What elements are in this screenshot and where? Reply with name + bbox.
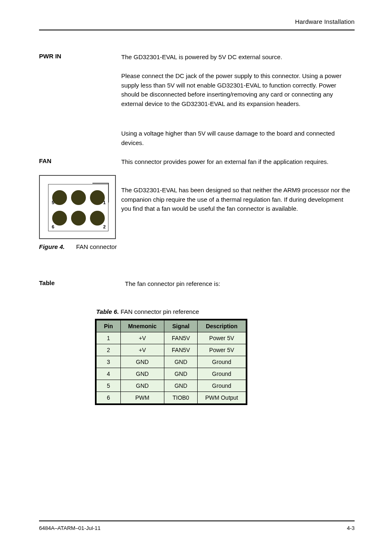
- table-row: 4 GND GND Ground: [97, 368, 246, 380]
- cell: 2: [97, 344, 121, 356]
- cell: GND: [164, 368, 198, 380]
- pin-icon: [90, 211, 105, 226]
- cell: GND: [120, 380, 164, 392]
- table-row: 3 GND GND Ground: [97, 356, 246, 368]
- paragraph-pwr-warning: Using a voltage higher than 5V will caus…: [121, 129, 352, 147]
- cell: Power 5V: [198, 344, 246, 356]
- footer-doc-id: 6484A–ATARM–01-Jul-11: [39, 525, 101, 531]
- table-caption: Table 6. FAN connector pin reference: [96, 308, 199, 315]
- cell: GND: [164, 380, 198, 392]
- table-row: 6 PWM TIOB0 PWM Output: [97, 392, 246, 404]
- col-description: Description: [198, 320, 246, 332]
- cell: 4: [97, 368, 121, 380]
- cell: Power 5V: [198, 332, 246, 344]
- page-title: Hardware Installation: [295, 18, 355, 25]
- pin-number-label: 2: [103, 224, 106, 229]
- table-row: 5 GND GND Ground: [97, 380, 246, 392]
- paragraph-pwr-detail: Please connect the DC jack of the power …: [121, 71, 352, 108]
- cell: 3: [97, 356, 121, 368]
- table-row: 1 +V FAN5V Power 5V: [97, 332, 246, 344]
- connector-outline: 1 5 6 2: [48, 184, 108, 231]
- table-row: 2 +V FAN5V Power 5V: [97, 344, 246, 356]
- cell: 1: [97, 332, 121, 344]
- pin-number-label: 6: [52, 224, 54, 229]
- margin-label-pwr-in: PWR IN: [39, 53, 61, 60]
- table-lead-in: The fan connector pin reference is:: [125, 279, 353, 289]
- cell: FAN5V: [164, 332, 198, 344]
- cell: TIOB0: [164, 392, 198, 404]
- header-rule: [39, 30, 355, 30]
- pin-row-top: [48, 190, 108, 205]
- cell: GND: [164, 356, 198, 368]
- col-pin: Pin: [97, 320, 121, 332]
- cell: GND: [120, 368, 164, 380]
- table-caption-label: Table 6.: [96, 308, 119, 315]
- col-signal: Signal: [164, 320, 198, 332]
- table-header-row: Pin Mnemonic Signal Description: [97, 320, 246, 332]
- cell: PWM: [120, 392, 164, 404]
- pin-reference-table: Pin Mnemonic Signal Description 1 +V FAN…: [96, 320, 246, 404]
- pin-number-label: 1: [103, 200, 106, 205]
- cell: Ground: [198, 356, 246, 368]
- col-mnemonic: Mnemonic: [120, 320, 164, 332]
- pin-icon: [52, 211, 67, 226]
- footer-rule: [39, 520, 355, 521]
- pin-icon: [71, 211, 86, 226]
- figure-caption: Figure 4. FAN connector: [39, 242, 117, 251]
- cell: GND: [120, 356, 164, 368]
- page: Hardware Installation PWR IN The GD32301…: [0, 0, 392, 555]
- pin-reference-table-wrap: Pin Mnemonic Signal Description 1 +V FAN…: [96, 320, 246, 404]
- figure-caption-label: Figure 4.: [39, 242, 74, 251]
- table-caption-text: FAN connector pin reference: [120, 308, 199, 315]
- pin-icon: [90, 190, 105, 205]
- cell: Ground: [198, 380, 246, 392]
- pin-row-bottom: [48, 211, 108, 226]
- footer-page-number: 4-3: [347, 525, 355, 531]
- cell: +V: [120, 332, 164, 344]
- cell: PWM Output: [198, 392, 246, 404]
- margin-label-fan: FAN: [39, 157, 51, 164]
- cell: 6: [97, 392, 121, 404]
- cell: +V: [120, 344, 164, 356]
- pin-icon: [71, 190, 86, 205]
- pin-number-label: 5: [52, 200, 54, 205]
- cell: Ground: [198, 368, 246, 380]
- paragraph-pwr-intro: The GD32301-EVAL is powered by 5V DC ext…: [121, 53, 352, 62]
- margin-label-table: Table: [39, 279, 55, 286]
- fan-connector-figure: 1 5 6 2: [39, 175, 116, 239]
- cell: 5: [97, 380, 121, 392]
- figure-caption-text: FAN connector: [76, 243, 117, 250]
- figure-side-text: The GD32301-EVAL has been designed so th…: [121, 186, 352, 214]
- cell: FAN5V: [164, 344, 198, 356]
- paragraph-fan-intro: This connector provides power for an ext…: [121, 157, 352, 167]
